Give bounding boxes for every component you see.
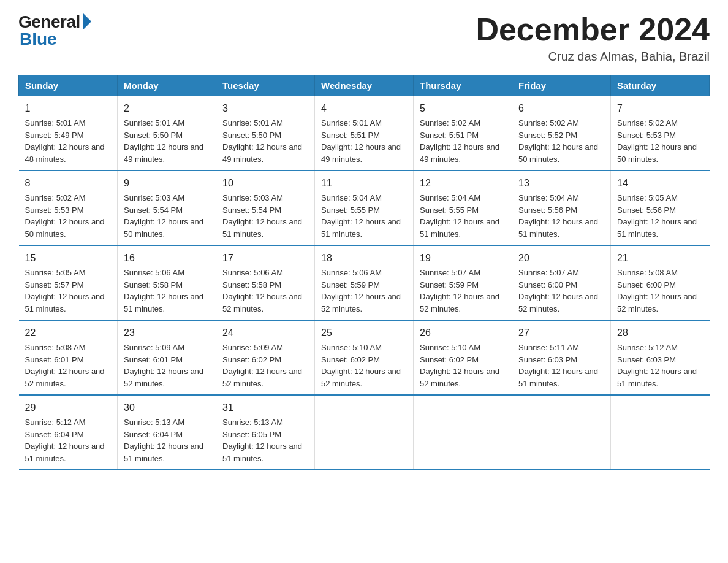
- day-cell: 7Sunrise: 5:02 AMSunset: 5:53 PMDaylight…: [611, 96, 710, 171]
- day-cell: 21Sunrise: 5:08 AMSunset: 6:00 PMDayligh…: [611, 245, 710, 320]
- location-text: Cruz das Almas, Bahia, Brazil: [476, 50, 710, 64]
- day-cell: 1Sunrise: 5:01 AMSunset: 5:49 PMDaylight…: [19, 96, 118, 171]
- day-info: Sunrise: 5:02 AMSunset: 5:53 PMDaylight:…: [25, 193, 105, 239]
- week-row-3: 15Sunrise: 5:05 AMSunset: 5:57 PMDayligh…: [19, 245, 710, 320]
- day-cell: 3Sunrise: 5:01 AMSunset: 5:50 PMDaylight…: [216, 96, 315, 171]
- day-info: Sunrise: 5:08 AMSunset: 6:00 PMDaylight:…: [617, 268, 697, 313]
- day-cell: [512, 395, 611, 470]
- day-info: Sunrise: 5:02 AMSunset: 5:51 PMDaylight:…: [420, 118, 499, 164]
- day-info: Sunrise: 5:02 AMSunset: 5:53 PMDaylight:…: [617, 118, 697, 164]
- day-cell: 14Sunrise: 5:05 AMSunset: 5:56 PMDayligh…: [611, 170, 710, 245]
- day-info: Sunrise: 5:13 AMSunset: 6:04 PMDaylight:…: [124, 418, 203, 463]
- day-cell: 25Sunrise: 5:10 AMSunset: 6:02 PMDayligh…: [315, 320, 414, 395]
- day-number: 19: [420, 251, 506, 266]
- logo-arrow-icon: [83, 13, 91, 30]
- day-info: Sunrise: 5:01 AMSunset: 5:51 PMDaylight:…: [321, 118, 401, 164]
- day-number: 26: [420, 326, 506, 340]
- day-number: 4: [321, 101, 407, 116]
- day-cell: 13Sunrise: 5:04 AMSunset: 5:56 PMDayligh…: [512, 170, 611, 245]
- day-info: Sunrise: 5:02 AMSunset: 5:52 PMDaylight:…: [518, 118, 598, 164]
- day-number: 20: [518, 251, 604, 266]
- day-info: Sunrise: 5:04 AMSunset: 5:55 PMDaylight:…: [420, 193, 499, 239]
- day-number: 22: [25, 326, 112, 340]
- day-number: 1: [25, 101, 112, 116]
- day-cell: 23Sunrise: 5:09 AMSunset: 6:01 PMDayligh…: [118, 320, 216, 395]
- day-info: Sunrise: 5:13 AMSunset: 6:05 PMDaylight:…: [222, 418, 302, 463]
- day-info: Sunrise: 5:11 AMSunset: 6:03 PMDaylight:…: [518, 343, 598, 388]
- day-number: 7: [617, 101, 703, 116]
- day-cell: 5Sunrise: 5:02 AMSunset: 5:51 PMDaylight…: [414, 96, 512, 171]
- day-info: Sunrise: 5:06 AMSunset: 5:59 PMDaylight:…: [321, 268, 401, 313]
- calendar-body: 1Sunrise: 5:01 AMSunset: 5:49 PMDaylight…: [19, 96, 710, 470]
- day-number: 24: [222, 326, 308, 340]
- calendar-table: SundayMondayTuesdayWednesdayThursdayFrid…: [18, 75, 710, 470]
- day-cell: 16Sunrise: 5:06 AMSunset: 5:58 PMDayligh…: [118, 245, 216, 320]
- day-number: 12: [420, 176, 506, 191]
- day-number: 2: [124, 101, 210, 116]
- logo-blue-text: Blue: [20, 29, 57, 49]
- day-info: Sunrise: 5:07 AMSunset: 5:59 PMDaylight:…: [420, 268, 499, 313]
- header-cell-saturday: Saturday: [611, 75, 710, 96]
- day-cell: 29Sunrise: 5:12 AMSunset: 6:04 PMDayligh…: [19, 395, 118, 470]
- day-number: 25: [321, 326, 407, 340]
- day-info: Sunrise: 5:01 AMSunset: 5:50 PMDaylight:…: [222, 118, 302, 164]
- day-cell: 12Sunrise: 5:04 AMSunset: 5:55 PMDayligh…: [414, 170, 512, 245]
- day-info: Sunrise: 5:04 AMSunset: 5:56 PMDaylight:…: [518, 193, 598, 239]
- day-cell: 20Sunrise: 5:07 AMSunset: 6:00 PMDayligh…: [512, 245, 611, 320]
- day-cell: 26Sunrise: 5:10 AMSunset: 6:02 PMDayligh…: [414, 320, 512, 395]
- day-info: Sunrise: 5:03 AMSunset: 5:54 PMDaylight:…: [124, 193, 203, 239]
- header-cell-sunday: Sunday: [19, 75, 118, 96]
- month-title: December 2024: [476, 12, 710, 47]
- calendar-header: SundayMondayTuesdayWednesdayThursdayFrid…: [19, 75, 710, 96]
- day-info: Sunrise: 5:12 AMSunset: 6:03 PMDaylight:…: [617, 343, 697, 388]
- day-number: 10: [222, 176, 308, 191]
- day-number: 21: [617, 251, 703, 266]
- day-cell: 18Sunrise: 5:06 AMSunset: 5:59 PMDayligh…: [315, 245, 414, 320]
- day-number: 30: [124, 400, 210, 415]
- day-info: Sunrise: 5:09 AMSunset: 6:01 PMDaylight:…: [124, 343, 203, 388]
- header-cell-wednesday: Wednesday: [315, 75, 414, 96]
- day-info: Sunrise: 5:01 AMSunset: 5:49 PMDaylight:…: [25, 118, 105, 164]
- day-cell: 10Sunrise: 5:03 AMSunset: 5:54 PMDayligh…: [216, 170, 315, 245]
- day-cell: 9Sunrise: 5:03 AMSunset: 5:54 PMDaylight…: [118, 170, 216, 245]
- day-cell: 22Sunrise: 5:08 AMSunset: 6:01 PMDayligh…: [19, 320, 118, 395]
- day-number: 28: [617, 326, 703, 340]
- title-area: December 2024 Cruz das Almas, Bahia, Bra…: [476, 12, 710, 64]
- day-info: Sunrise: 5:10 AMSunset: 6:02 PMDaylight:…: [321, 343, 401, 388]
- day-cell: 4Sunrise: 5:01 AMSunset: 5:51 PMDaylight…: [315, 96, 414, 171]
- day-number: 15: [25, 251, 112, 266]
- day-number: 13: [518, 176, 604, 191]
- day-number: 6: [518, 101, 604, 116]
- day-info: Sunrise: 5:09 AMSunset: 6:02 PMDaylight:…: [222, 343, 302, 388]
- day-cell: 28Sunrise: 5:12 AMSunset: 6:03 PMDayligh…: [611, 320, 710, 395]
- day-info: Sunrise: 5:07 AMSunset: 6:00 PMDaylight:…: [518, 268, 598, 313]
- header-cell-monday: Monday: [118, 75, 216, 96]
- day-number: 23: [124, 326, 210, 340]
- day-cell: 24Sunrise: 5:09 AMSunset: 6:02 PMDayligh…: [216, 320, 315, 395]
- day-number: 11: [321, 176, 407, 191]
- day-number: 9: [124, 176, 210, 191]
- day-cell: 27Sunrise: 5:11 AMSunset: 6:03 PMDayligh…: [512, 320, 611, 395]
- day-cell: 31Sunrise: 5:13 AMSunset: 6:05 PMDayligh…: [216, 395, 315, 470]
- day-number: 18: [321, 251, 407, 266]
- day-info: Sunrise: 5:04 AMSunset: 5:55 PMDaylight:…: [321, 193, 401, 239]
- header-cell-tuesday: Tuesday: [216, 75, 315, 96]
- header-cell-thursday: Thursday: [414, 75, 512, 96]
- day-number: 5: [420, 101, 506, 116]
- week-row-2: 8Sunrise: 5:02 AMSunset: 5:53 PMDaylight…: [19, 170, 710, 245]
- day-number: 27: [518, 326, 604, 340]
- day-info: Sunrise: 5:06 AMSunset: 5:58 PMDaylight:…: [124, 268, 203, 313]
- day-cell: 17Sunrise: 5:06 AMSunset: 5:58 PMDayligh…: [216, 245, 315, 320]
- day-info: Sunrise: 5:06 AMSunset: 5:58 PMDaylight:…: [222, 268, 302, 313]
- header-row: SundayMondayTuesdayWednesdayThursdayFrid…: [19, 75, 710, 96]
- week-row-4: 22Sunrise: 5:08 AMSunset: 6:01 PMDayligh…: [19, 320, 710, 395]
- day-cell: 6Sunrise: 5:02 AMSunset: 5:52 PMDaylight…: [512, 96, 611, 171]
- page-header: General Blue December 2024 Cruz das Alma…: [18, 12, 710, 64]
- day-cell: 2Sunrise: 5:01 AMSunset: 5:50 PMDaylight…: [118, 96, 216, 171]
- week-row-1: 1Sunrise: 5:01 AMSunset: 5:49 PMDaylight…: [19, 96, 710, 171]
- day-cell: 8Sunrise: 5:02 AMSunset: 5:53 PMDaylight…: [19, 170, 118, 245]
- logo: General Blue: [18, 12, 91, 49]
- day-info: Sunrise: 5:03 AMSunset: 5:54 PMDaylight:…: [222, 193, 302, 239]
- day-info: Sunrise: 5:10 AMSunset: 6:02 PMDaylight:…: [420, 343, 499, 388]
- day-cell: [414, 395, 512, 470]
